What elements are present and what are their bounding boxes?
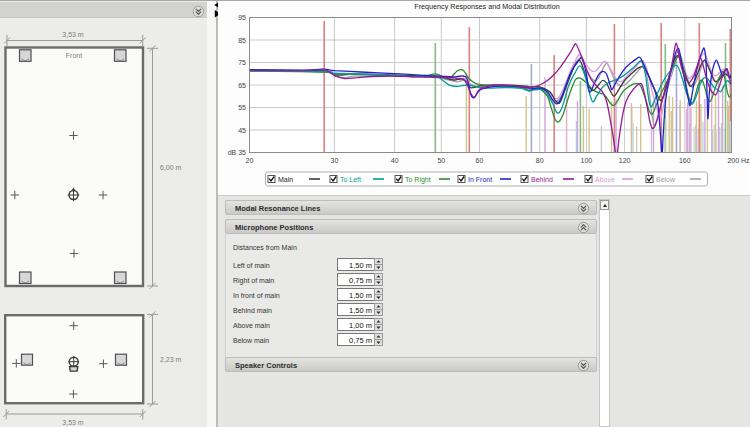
svg-text:95: 95 — [238, 14, 246, 21]
svg-text:40: 40 — [391, 157, 399, 164]
svg-text:To Right: To Right — [405, 176, 431, 184]
svg-text:75: 75 — [238, 59, 246, 66]
svg-text:85: 85 — [238, 37, 246, 44]
svg-text:6,00 m: 6,00 m — [160, 164, 182, 171]
svg-text:80: 80 — [536, 157, 544, 164]
svg-text:65: 65 — [238, 82, 246, 89]
svg-text:3,53 m: 3,53 m — [62, 419, 84, 426]
svg-text:Behind: Behind — [531, 176, 553, 183]
svg-text:Below: Below — [656, 176, 676, 183]
svg-text:dB 35: dB 35 — [228, 149, 246, 156]
svg-text:20: 20 — [246, 157, 254, 164]
svg-text:2,23 m: 2,23 m — [160, 356, 182, 363]
svg-text:In Front: In Front — [468, 176, 492, 183]
svg-text:3,53 m: 3,53 m — [62, 31, 84, 38]
svg-text:55: 55 — [238, 104, 246, 111]
svg-text:50: 50 — [437, 157, 445, 164]
svg-text:To Left: To Left — [340, 176, 361, 183]
svg-text:30: 30 — [331, 157, 339, 164]
svg-text:200 Hz: 200 Hz — [727, 157, 750, 164]
svg-text:120: 120 — [619, 157, 631, 164]
svg-text:Above: Above — [595, 176, 615, 183]
svg-text:Front: Front — [66, 52, 82, 59]
svg-text:160: 160 — [679, 157, 691, 164]
svg-text:Frequency Responses and Modal: Frequency Responses and Modal Distributi… — [414, 2, 559, 11]
svg-text:45: 45 — [238, 127, 246, 134]
svg-text:100: 100 — [581, 157, 593, 164]
svg-text:Main: Main — [278, 176, 293, 183]
svg-text:60: 60 — [476, 157, 484, 164]
